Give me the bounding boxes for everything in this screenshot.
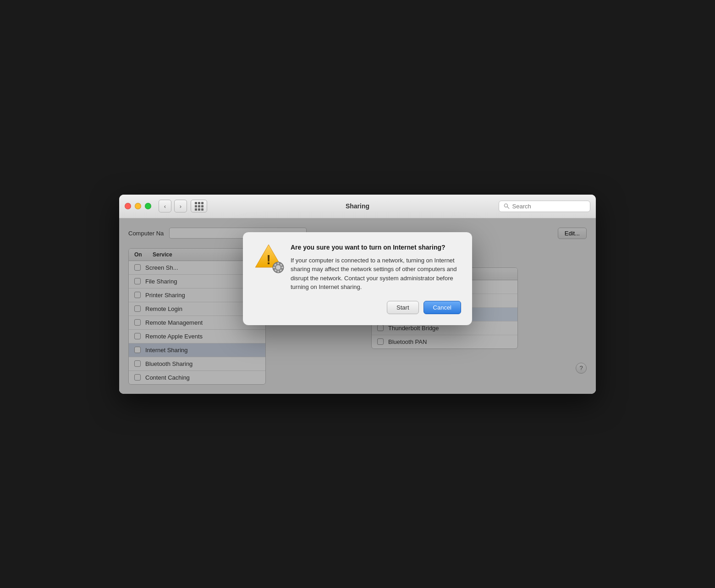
svg-point-0 — [504, 204, 507, 207]
window-title: Sharing — [346, 202, 369, 210]
main-content: Computer Na Edit... On Service Screen Sh… — [119, 218, 596, 394]
dialog-body: If your computer is connected to a netwo… — [291, 256, 461, 292]
svg-text:!: ! — [266, 252, 271, 267]
forward-button[interactable]: › — [174, 200, 187, 212]
svg-rect-6 — [278, 262, 279, 264]
svg-rect-7 — [278, 271, 279, 272]
svg-line-1 — [507, 207, 509, 209]
grid-button[interactable] — [191, 200, 207, 212]
maximize-button[interactable] — [145, 203, 151, 209]
svg-rect-9 — [281, 267, 283, 268]
dialog-buttons: Start Cancel — [254, 301, 461, 314]
dialog-overlay: ! — [119, 218, 596, 394]
start-button[interactable]: Start — [387, 301, 418, 314]
warning-icon-container: ! — [254, 243, 283, 272]
dialog-title: Are you sure you want to turn on Interne… — [291, 243, 461, 251]
close-button[interactable] — [125, 203, 131, 209]
cancel-button[interactable]: Cancel — [424, 301, 461, 314]
nav-buttons: ‹ › — [159, 200, 187, 212]
svg-point-5 — [276, 265, 280, 270]
titlebar: ‹ › Sharing — [119, 195, 596, 218]
search-input[interactable] — [512, 203, 585, 210]
search-icon — [504, 203, 510, 209]
grid-icon — [195, 202, 204, 211]
traffic-lights — [125, 203, 151, 209]
alert-dialog: ! — [243, 232, 472, 325]
main-window: ‹ › Sharing Computer Na Edit... — [119, 195, 596, 394]
search-box[interactable] — [499, 201, 590, 212]
gear-icon — [272, 261, 284, 273]
dialog-text: Are you sure you want to turn on Interne… — [291, 243, 461, 292]
back-button[interactable]: ‹ — [159, 200, 171, 212]
minimize-button[interactable] — [135, 203, 141, 209]
svg-rect-8 — [273, 267, 275, 268]
dialog-content: ! — [254, 243, 461, 292]
